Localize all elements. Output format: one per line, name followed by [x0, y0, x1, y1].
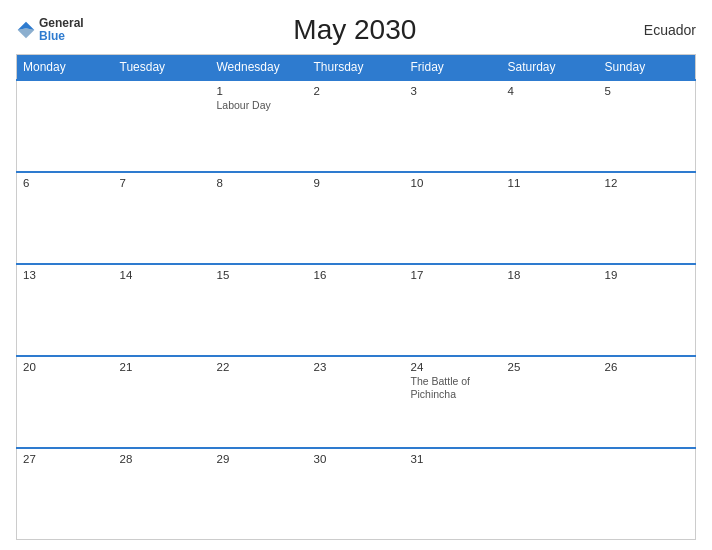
day-number: 18: [508, 269, 593, 281]
day-number: 3: [411, 85, 496, 97]
calendar-week-2: 6789101112: [17, 172, 696, 264]
calendar-body: 1Labour Day23456789101112131415161718192…: [17, 80, 696, 540]
calendar-cell: 4: [502, 80, 599, 172]
calendar-cell: 10: [405, 172, 502, 264]
holiday-label: Labour Day: [217, 99, 302, 113]
logo: General Blue: [16, 17, 84, 43]
day-number: 21: [120, 361, 205, 373]
logo-icon: [16, 20, 36, 40]
day-number: 16: [314, 269, 399, 281]
calendar-cell: 11: [502, 172, 599, 264]
col-monday: Monday: [17, 55, 114, 81]
svg-marker-1: [18, 28, 35, 38]
calendar-title: May 2030: [84, 14, 626, 46]
calendar-cell: 1Labour Day: [211, 80, 308, 172]
col-sunday: Sunday: [599, 55, 696, 81]
col-wednesday: Wednesday: [211, 55, 308, 81]
day-number: 10: [411, 177, 496, 189]
calendar-cell: 13: [17, 264, 114, 356]
day-number: 9: [314, 177, 399, 189]
logo-blue-text: Blue: [39, 30, 84, 43]
logo-text: General Blue: [39, 17, 84, 43]
calendar-cell: 12: [599, 172, 696, 264]
calendar-cell: 5: [599, 80, 696, 172]
day-number: 13: [23, 269, 108, 281]
calendar-header-row: Monday Tuesday Wednesday Thursday Friday…: [17, 55, 696, 81]
day-number: 14: [120, 269, 205, 281]
calendar-cell: 7: [114, 172, 211, 264]
day-number: 24: [411, 361, 496, 373]
day-number: 8: [217, 177, 302, 189]
day-number: 29: [217, 453, 302, 465]
day-number: 15: [217, 269, 302, 281]
col-saturday: Saturday: [502, 55, 599, 81]
col-friday: Friday: [405, 55, 502, 81]
calendar-week-1: 1Labour Day2345: [17, 80, 696, 172]
calendar-header: General Blue May 2030 Ecuador: [16, 14, 696, 46]
calendar-cell: [599, 448, 696, 540]
calendar-cell: 28: [114, 448, 211, 540]
day-number: 11: [508, 177, 593, 189]
calendar-cell: 19: [599, 264, 696, 356]
calendar-cell: 29: [211, 448, 308, 540]
day-number: 4: [508, 85, 593, 97]
calendar-cell: [17, 80, 114, 172]
calendar-cell: 8: [211, 172, 308, 264]
day-number: 6: [23, 177, 108, 189]
calendar-cell: 2: [308, 80, 405, 172]
calendar-cell: 15: [211, 264, 308, 356]
calendar-cell: 25: [502, 356, 599, 448]
calendar-cell: 31: [405, 448, 502, 540]
calendar-cell: 22: [211, 356, 308, 448]
calendar-cell: 16: [308, 264, 405, 356]
day-number: 25: [508, 361, 593, 373]
day-number: 19: [605, 269, 690, 281]
day-number: 23: [314, 361, 399, 373]
calendar-page: General Blue May 2030 Ecuador Monday Tue…: [0, 0, 712, 550]
calendar-cell: [502, 448, 599, 540]
day-number: 26: [605, 361, 690, 373]
day-number: 22: [217, 361, 302, 373]
calendar-week-3: 13141516171819: [17, 264, 696, 356]
calendar-cell: 24The Battle of Pichincha: [405, 356, 502, 448]
day-number: 17: [411, 269, 496, 281]
calendar-cell: 21: [114, 356, 211, 448]
country-label: Ecuador: [626, 22, 696, 38]
calendar-cell: 9: [308, 172, 405, 264]
col-tuesday: Tuesday: [114, 55, 211, 81]
calendar-cell: 18: [502, 264, 599, 356]
calendar-table: Monday Tuesday Wednesday Thursday Friday…: [16, 54, 696, 540]
calendar-cell: 6: [17, 172, 114, 264]
calendar-cell: 3: [405, 80, 502, 172]
calendar-cell: 23: [308, 356, 405, 448]
calendar-cell: 20: [17, 356, 114, 448]
day-number: 20: [23, 361, 108, 373]
calendar-cell: 30: [308, 448, 405, 540]
calendar-cell: [114, 80, 211, 172]
day-number: 7: [120, 177, 205, 189]
calendar-cell: 26: [599, 356, 696, 448]
day-number: 31: [411, 453, 496, 465]
day-number: 27: [23, 453, 108, 465]
day-number: 12: [605, 177, 690, 189]
col-thursday: Thursday: [308, 55, 405, 81]
calendar-week-4: 2021222324The Battle of Pichincha2526: [17, 356, 696, 448]
calendar-cell: 27: [17, 448, 114, 540]
day-number: 5: [605, 85, 690, 97]
day-number: 1: [217, 85, 302, 97]
calendar-cell: 17: [405, 264, 502, 356]
day-number: 28: [120, 453, 205, 465]
holiday-label: The Battle of Pichincha: [411, 375, 496, 402]
calendar-week-5: 2728293031: [17, 448, 696, 540]
day-number: 30: [314, 453, 399, 465]
calendar-cell: 14: [114, 264, 211, 356]
day-number: 2: [314, 85, 399, 97]
